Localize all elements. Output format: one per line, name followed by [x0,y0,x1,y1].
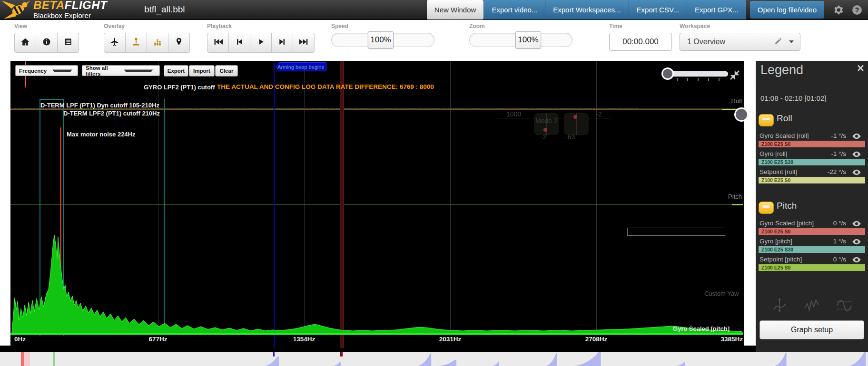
prev-frame-button[interactable] [229,33,250,53]
settings-gear-icon[interactable] [832,0,844,19]
playback-section: Playback [207,23,315,53]
log-info-button[interactable] [36,33,58,53]
help-glyph: ? [855,6,859,14]
export-workspaces-button[interactable]: Export Workspaces... [545,0,628,19]
export-video-button[interactable]: Export video... [483,0,545,19]
open-file-title: btfl_all.bbl [144,4,185,15]
field-label: Setpoint [roll] [760,168,797,175]
time-input[interactable] [609,33,672,51]
workspace-selected-value: 1 Overview [687,38,774,46]
time-section-label: Time [609,23,672,29]
play-icon [256,37,266,48]
visibility-eye-icon[interactable] [852,239,861,245]
group-name: Roll [777,113,792,124]
empty-marker-box[interactable] [627,228,725,236]
field-spec-bar[interactable]: Z100 E25 S0 [759,141,865,147]
chevron-down-icon [124,69,153,72]
brand-subtitle: Blackbox Explorer [33,11,107,20]
field-spec-bar[interactable]: Z100 E25 S30 [759,246,865,253]
close-icon[interactable]: × [857,62,864,74]
field-label: Gyro [pitch] [760,238,792,245]
visibility-eye-icon[interactable] [852,133,861,139]
sticks-overlay-button[interactable] [126,33,147,53]
roll-row-label: Roll [731,97,742,105]
visibility-eye-icon[interactable] [852,221,861,227]
zoom-slider[interactable]: 100% [469,33,572,47]
joystick-icon [131,37,141,48]
chevron-down-icon [789,40,794,43]
zoom-slider-knob[interactable]: 100% [515,31,541,48]
view-section: View [14,23,79,53]
new-window-button[interactable]: New Window [427,0,484,19]
legend-title: Legend [760,63,803,77]
zoom-vertical-icon[interactable] [770,296,789,316]
visibility-eye-icon[interactable] [852,151,861,157]
x-axis-tick-label: 3385Hz [720,336,743,343]
legend-field-row: Gyro [pitch] 1 °/s [760,238,865,246]
play-button[interactable] [250,33,272,53]
export-csv-button[interactable]: Export CSV... [629,0,687,19]
slider-tick [708,78,709,81]
graph-zoom-slider[interactable] [665,71,728,77]
craft-overlay-button[interactable] [104,33,126,53]
pencil-icon[interactable] [774,37,782,47]
field-label: Gyro Scaled [roll] [760,132,809,139]
overlay-section: Overlay [104,23,190,53]
x-axis-tick-label: 1354Hz [293,336,316,343]
field-spec-bar[interactable]: Z100 E25 S0 [759,177,865,183]
noise-trace-icon[interactable] [802,296,821,316]
stick-mode-label: Mode 2 [535,117,558,125]
group-collapse-icon[interactable] [759,114,774,126]
slider-tick [677,78,678,81]
visibility-eye-icon[interactable] [852,169,861,175]
jump-end-button[interactable] [293,33,315,53]
seekbar[interactable] [0,352,868,366]
filter-select[interactable]: Show all filters [82,65,160,76]
export-button[interactable]: Export [164,65,188,77]
export-gpx-button[interactable]: Export GPX... [687,0,746,19]
help-icon[interactable]: ? [851,0,863,19]
field-value: -22 °/s [828,168,846,175]
graph-canvas[interactable]: Arming beep begins Frequency Show all fi… [10,61,744,348]
pitch-row-label: Pitch [728,193,742,200]
next-frame-button[interactable] [272,33,293,53]
view-graph-button[interactable] [14,33,36,53]
visibility-eye-icon[interactable] [852,257,861,263]
field-label: Gyro Scaled [pitch] [760,220,814,227]
skip-to-start-icon [213,37,223,48]
top-nav-buttons: New Window Export video... Export Worksp… [427,0,868,19]
roll-graph-drag-handle[interactable] [734,107,749,122]
field-spec-bar[interactable]: Z100 E25 S0 [759,264,865,271]
collapse-arrows-icon[interactable] [729,69,740,83]
field-spec-text: Z100 E25 S0 [761,229,790,234]
smoothed-wave-icon[interactable] [835,296,854,316]
field-spec-bar[interactable]: Z100 E25 S30 [759,159,865,165]
open-log-file-button[interactable]: Open log file/video [750,1,824,19]
field-spec-text: Z100 E25 S0 [761,265,790,270]
seekbar-activity-waveform [0,352,868,366]
group-collapse-icon[interactable] [759,202,774,214]
table-view-button[interactable] [58,33,79,53]
analyser-overlay-button[interactable] [147,33,168,53]
graph-zoom-slider-knob[interactable] [661,67,674,80]
speed-slider[interactable]: 100% [331,33,434,47]
field-spec-bar[interactable]: Z100 E25 S0 [759,228,865,235]
clear-button[interactable]: Clear [215,65,238,77]
x-axis-tick-label: 2031Hz [439,336,462,343]
workspace-selector[interactable]: 1 Overview [680,33,800,51]
jump-start-button[interactable] [207,33,229,53]
brand-primary: BETA [33,0,65,11]
workspace-section-label: Workspace [680,23,800,29]
left-stick-position-dot [543,128,547,132]
playback-section-label: Playback [207,23,315,29]
map-overlay-button[interactable] [168,33,190,53]
import-button[interactable]: Import [189,65,215,77]
analyser-field-select[interactable]: Frequency [15,65,78,76]
graph-setup-button[interactable]: Graph setup [760,320,864,339]
betaflight-hornet-logo [1,0,32,21]
home-icon [20,37,30,48]
map-pin-icon [174,37,184,48]
speed-slider-knob[interactable]: 100% [368,31,394,48]
field-spec-text: Z100 E25 S30 [761,159,793,165]
throttle-value: 1000 [506,110,521,118]
